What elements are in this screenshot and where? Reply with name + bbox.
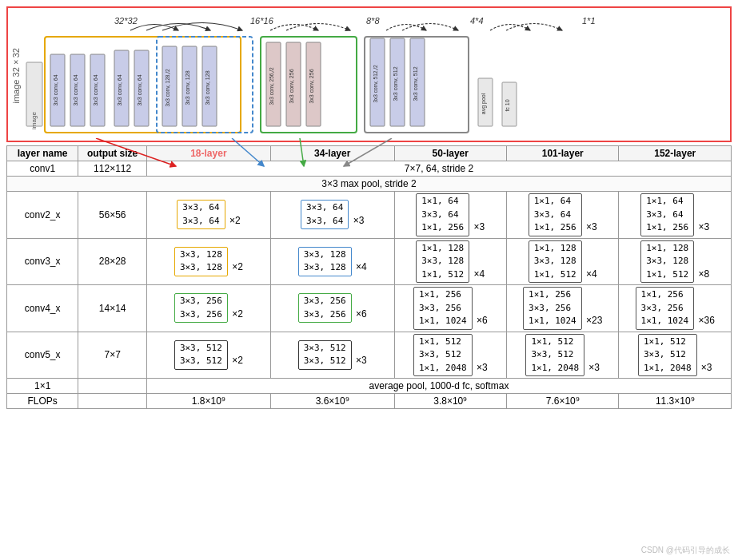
cell-conv5x-101: 1×1, 5123×3, 5121×1, 2048 ×3 [507, 332, 619, 379]
svg-text:3x3 conv, 64: 3x3 conv, 64 [137, 74, 142, 105]
box-conv2x-34: 3×3, 643×3, 64 [301, 200, 349, 229]
svg-text:3x3 conv, 256: 3x3 conv, 256 [309, 69, 314, 103]
mult-conv5x-101: ×3 [588, 362, 600, 373]
cell-conv4x-18: 3×3, 2563×3, 256 ×2 [147, 285, 271, 332]
cell-conv3x-101: 1×1, 1283×3, 1281×1, 512 ×4 [507, 238, 619, 285]
cell-conv2x-34: 3×3, 643×3, 64 ×3 [270, 192, 394, 239]
cell-flops-50: 3.8×10⁹ [394, 394, 506, 409]
cell-flops-34: 3.6×10⁹ [270, 394, 394, 409]
cell-conv4x-152: 1×1, 2563×3, 2561×1, 1024 ×36 [619, 285, 732, 332]
svg-text:3x3 conv, 128: 3x3 conv, 128 [205, 70, 210, 105]
svg-text:3x3 conv, 128: 3x3 conv, 128 [185, 70, 190, 105]
row-avgpool: 1×1 average pool, 1000-d fc, softmax [7, 379, 732, 394]
svg-text:3x3 conv, 256: 3x3 conv, 256 [289, 69, 294, 103]
mult-conv5x-152: ×3 [701, 362, 712, 373]
mult-conv4x-101: ×23 [586, 315, 602, 326]
cell-conv2x-18: 3×3, 643×3, 64 ×2 [147, 192, 271, 239]
row-maxpool: 3×3 max pool, stride 2 [7, 177, 732, 192]
mult-conv3x-18: ×2 [232, 261, 243, 272]
diagram-svg: 32*32 16*16 8*8 4*4 1*1 [22, 14, 726, 138]
box-conv3x-101: 1×1, 1283×3, 1281×1, 512 [529, 240, 582, 284]
cell-conv5x-34: 3×3, 5123×3, 512 ×3 [270, 332, 394, 379]
box-conv4x-101: 1×1, 2563×3, 2561×1, 1024 [523, 287, 582, 330]
box-conv5x-34: 3×3, 5123×3, 512 [298, 340, 352, 370]
svg-line-34 [300, 138, 304, 166]
cell-conv4x-output: 14×14 [78, 285, 147, 332]
cell-conv2x-output: 56×56 [78, 192, 147, 239]
connector-svg [0, 138, 738, 170]
label-image: image [30, 111, 38, 129]
diagram-area: image 32×32 32*32 16*16 8*8 4*4 1*1 [6, 6, 732, 142]
mult-conv2x-50: ×3 [474, 221, 485, 232]
cell-conv4x-50: 1×1, 2563×3, 2561×1, 1024 ×6 [394, 285, 506, 332]
mult-conv4x-152: ×36 [699, 315, 715, 326]
size-label-4: 4*4 [470, 16, 484, 26]
box-conv5x-18: 3×3, 5123×3, 512 [174, 340, 228, 370]
cell-avgpool-layer: 1×1 [7, 379, 78, 394]
cell-conv2x-101: 1×1, 643×3, 641×1, 256 ×3 [507, 192, 619, 239]
svg-text:3x3 conv, 512,/2: 3x3 conv, 512,/2 [373, 65, 378, 103]
svg-text:3x3 conv, 256,/2: 3x3 conv, 256,/2 [269, 67, 274, 105]
svg-text:3x3 conv, 512: 3x3 conv, 512 [413, 66, 418, 101]
box-conv5x-50: 1×1, 5123×3, 5121×1, 2048 [413, 334, 473, 377]
mult-conv3x-50: ×4 [474, 268, 485, 280]
svg-text:3x3 conv, 64: 3x3 conv, 64 [117, 74, 122, 105]
cell-conv3x-152: 1×1, 1283×3, 1281×1, 512 ×8 [619, 238, 732, 285]
cell-conv5x-50: 1×1, 5123×3, 5121×1, 2048 ×3 [394, 332, 506, 379]
svg-text:avg pool: avg pool [481, 93, 487, 114]
cell-avgpool-output [78, 379, 147, 394]
cell-flops-152: 11.3×10⁹ [619, 394, 732, 409]
box-conv4x-50: 1×1, 2563×3, 2561×1, 1024 [413, 287, 473, 330]
mult-conv3x-152: ×8 [699, 268, 710, 280]
mult-conv5x-18: ×2 [232, 355, 243, 366]
cell-conv4x-101: 1×1, 2563×3, 2561×1, 1024 ×23 [507, 285, 619, 332]
cell-conv4x-layer: conv4_x [7, 285, 78, 332]
svg-text:3x3 conv, 64: 3x3 conv, 64 [93, 74, 98, 105]
cell-conv5x-152: 1×1, 5123×3, 5121×1, 2048 ×3 [619, 332, 732, 379]
box-conv5x-152: 1×1, 5123×3, 5121×1, 2048 [638, 334, 697, 377]
mult-conv2x-34: ×3 [353, 215, 365, 226]
mult-conv4x-18: ×2 [232, 308, 243, 320]
cell-flops-label: FLOPs [7, 394, 78, 409]
architecture-table: layer name output size 18-layer 34-layer… [6, 145, 732, 409]
svg-text:3x3 conv, 128,/2: 3x3 conv, 128,/2 [165, 69, 170, 107]
size-label-32: 32*32 [114, 16, 138, 26]
watermark: CSDN @代码引导的成长 [641, 545, 730, 556]
cell-conv3x-50: 1×1, 1283×3, 1281×1, 512 ×4 [394, 238, 506, 285]
size-label-8: 8*8 [366, 16, 380, 26]
table-area: layer name output size 18-layer 34-layer… [6, 145, 732, 557]
box-conv3x-50: 1×1, 1283×3, 1281×1, 512 [416, 240, 469, 284]
mult-conv4x-50: ×6 [477, 315, 488, 326]
cell-conv5x-output: 7×7 [78, 332, 147, 379]
svg-line-35 [344, 138, 392, 166]
cell-conv3x-34: 3×3, 1283×3, 128 ×4 [270, 238, 394, 285]
mult-conv3x-101: ×4 [586, 268, 597, 280]
cell-flops-empty [78, 394, 147, 409]
cell-conv3x-layer: conv3_x [7, 238, 78, 285]
cell-conv5x-layer: conv5_x [7, 332, 78, 379]
cell-conv2x-152: 1×1, 643×3, 641×1, 256 ×3 [619, 192, 732, 239]
svg-text:fc 10: fc 10 [505, 99, 510, 111]
mult-conv2x-18: ×2 [229, 215, 241, 226]
size-label-1: 1*1 [582, 16, 596, 26]
main-container: image 32×32 32*32 16*16 8*8 4*4 1*1 [0, 0, 738, 560]
mult-conv2x-101: ×3 [586, 221, 597, 232]
cell-conv2x-layer: conv2_x [7, 192, 78, 239]
size-label-16: 16*16 [250, 16, 274, 26]
cell-conv3x-18: 3×3, 1283×3, 128 ×2 [147, 238, 271, 285]
mult-conv3x-34: ×4 [356, 261, 367, 272]
box-conv2x-50: 1×1, 643×3, 641×1, 256 [416, 193, 469, 236]
box-conv2x-101: 1×1, 643×3, 641×1, 256 [529, 193, 582, 236]
svg-text:3x3 conv, 64: 3x3 conv, 64 [73, 74, 78, 105]
row-conv2x: conv2_x 56×56 3×3, 643×3, 64 ×2 3×3, 643… [7, 192, 732, 239]
svg-text:3x3 conv, 512: 3x3 conv, 512 [393, 66, 398, 101]
box-conv3x-152: 1×1, 1283×3, 1281×1, 512 [640, 240, 694, 284]
svg-line-32 [96, 138, 176, 166]
mult-conv5x-34: ×3 [356, 355, 367, 366]
svg-text:3x3 conv, 64: 3x3 conv, 64 [53, 74, 58, 105]
cell-conv4x-34: 3×3, 2563×3, 256 ×6 [270, 285, 394, 332]
box-conv5x-101: 1×1, 5123×3, 5121×1, 2048 [525, 334, 584, 377]
cell-conv3x-output: 28×28 [78, 238, 147, 285]
cell-conv2x-50: 1×1, 643×3, 641×1, 256 ×3 [394, 192, 506, 239]
box-conv3x-18: 3×3, 1283×3, 128 [174, 247, 228, 276]
